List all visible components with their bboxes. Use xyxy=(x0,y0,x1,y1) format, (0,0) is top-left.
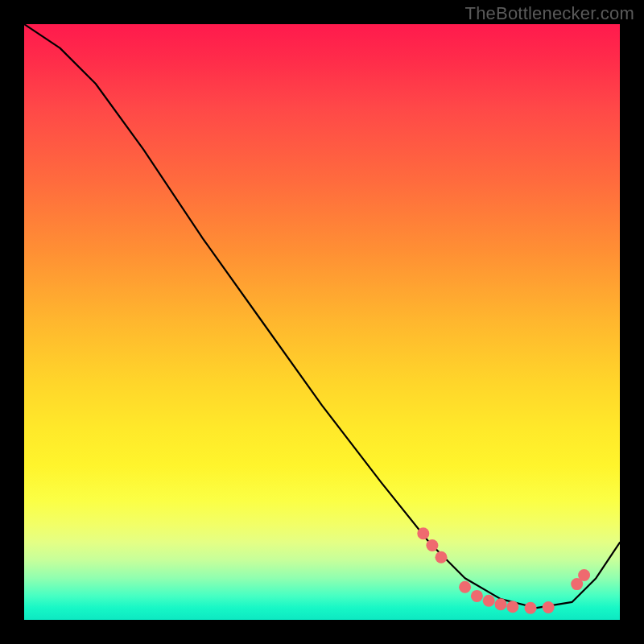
highlight-dot xyxy=(417,527,429,539)
highlight-dots xyxy=(417,527,590,614)
highlight-dot xyxy=(483,595,495,607)
highlight-dot xyxy=(578,569,590,581)
watermark-text: TheBottlenecker.com xyxy=(465,3,634,24)
highlight-dot xyxy=(426,539,438,551)
chart-svg xyxy=(24,24,620,620)
highlight-dot xyxy=(543,601,555,613)
highlight-dot xyxy=(525,602,537,614)
highlight-dot xyxy=(436,551,448,564)
bottleneck-curve xyxy=(24,24,620,608)
highlight-dot xyxy=(506,601,518,613)
highlight-dot xyxy=(495,598,507,610)
plot-area xyxy=(24,24,620,620)
chart-frame: TheBottlenecker.com xyxy=(0,0,644,644)
highlight-dot xyxy=(471,590,483,602)
highlight-dot xyxy=(459,581,471,593)
